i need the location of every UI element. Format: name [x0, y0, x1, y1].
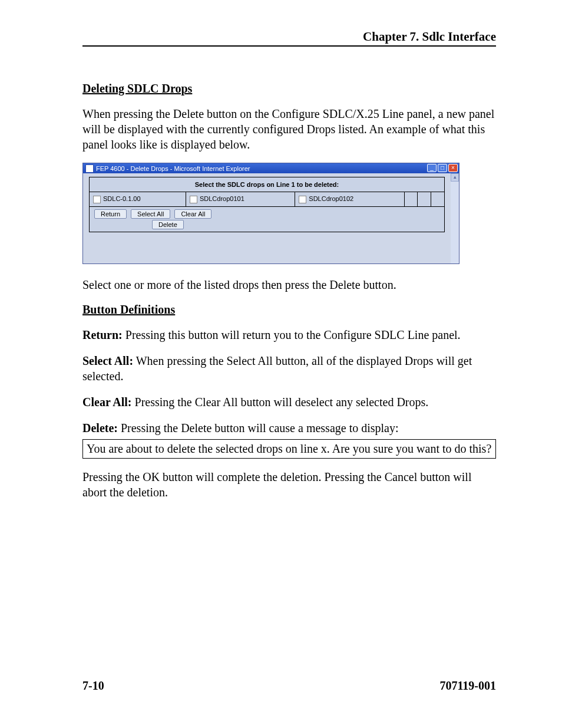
- return-button[interactable]: Return: [94, 209, 127, 219]
- ie-body: ▴ Select the SDLC drops on Line 1 to be …: [83, 173, 459, 263]
- def-delete: Delete: Pressing the Delete button will …: [82, 420, 496, 436]
- minimize-icon: _: [430, 165, 434, 171]
- def-selectall-text: When pressing the Select All button, all…: [82, 354, 472, 383]
- window-controls: _ □ ×: [427, 164, 458, 172]
- def-clearall-text: Pressing the Clear All button will desel…: [132, 396, 429, 409]
- def-return-text: Pressing this button will return you to …: [123, 328, 461, 341]
- section-button-defs-title: Button Definitions: [82, 303, 496, 317]
- chapter-title: Chapter 7. Sdlc Interface: [363, 29, 496, 44]
- page-icon: [85, 164, 94, 173]
- page-footer: 7-10 707119-001: [82, 679, 496, 693]
- maximize-icon: □: [441, 165, 444, 171]
- window-titlebar[interactable]: FEP 4600 - Delete Drops - Microsoft Inte…: [83, 163, 459, 173]
- def-clear-all: Clear All: Pressing the Clear All button…: [82, 394, 496, 410]
- checkbox-icon[interactable]: [299, 196, 306, 203]
- close-icon: ×: [451, 165, 455, 171]
- clear-all-button[interactable]: Clear All: [174, 209, 211, 219]
- document-page: Chapter 7. Sdlc Interface Deleting SDLC …: [0, 0, 562, 728]
- confirm-message-box: You are about to delete the selected dro…: [82, 439, 496, 459]
- empty-cell: [404, 192, 418, 207]
- def-return: Return: Pressing this button will return…: [82, 327, 496, 342]
- drop-label: SDLC-0.1.00: [103, 195, 141, 202]
- scroll-up-icon[interactable]: ▴: [451, 173, 459, 182]
- drop-cell[interactable]: SDLCdrop0101: [186, 192, 295, 207]
- empty-cell: [418, 192, 431, 207]
- def-selectall-label: Select All:: [82, 354, 133, 367]
- window-title: FEP 4600 - Delete Drops - Microsoft Inte…: [96, 165, 250, 172]
- drop-label: SDLCdrop0101: [200, 195, 244, 202]
- ie-window: FEP 4600 - Delete Drops - Microsoft Inte…: [82, 163, 459, 264]
- select-all-button[interactable]: Select All: [131, 209, 170, 219]
- closing-paragraph: Pressing the OK button will complete the…: [82, 469, 496, 500]
- minimize-button[interactable]: _: [427, 164, 437, 172]
- section-deleting-title: Deleting SDLC Drops: [82, 82, 496, 95]
- def-return-label: Return:: [82, 328, 123, 341]
- page-number: 7-10: [82, 679, 104, 693]
- def-select-all: Select All: When pressing the Select All…: [82, 353, 496, 384]
- drop-label: SDLCdrop0102: [309, 195, 353, 202]
- intro-paragraph: When pressing the Delete button on the C…: [82, 106, 496, 152]
- panel-heading: Select the SDLC drops on Line 1 to be de…: [90, 177, 445, 192]
- drops-row: SDLC-0.1.00 SDLCdrop0101 SDLCdrop0102: [90, 192, 445, 207]
- def-delete-text: Pressing the Delete button will cause a …: [118, 421, 399, 434]
- def-clearall-label: Clear All:: [82, 396, 132, 409]
- drop-cell[interactable]: SDLCdrop0102: [295, 192, 404, 207]
- checkbox-icon[interactable]: [93, 196, 101, 203]
- close-button[interactable]: ×: [448, 164, 458, 172]
- checkbox-icon[interactable]: [190, 196, 197, 203]
- empty-cell: [431, 192, 445, 207]
- drop-selection-table: Select the SDLC drops on Line 1 to be de…: [89, 177, 445, 232]
- drop-cell[interactable]: SDLC-0.1.00: [90, 192, 186, 207]
- maximize-button[interactable]: □: [438, 164, 447, 172]
- chapter-header: Chapter 7. Sdlc Interface: [82, 29, 496, 47]
- def-delete-label: Delete:: [82, 421, 118, 434]
- buttons-row: Return Select All Clear All Delete: [90, 207, 445, 232]
- after-screenshot-paragraph: Select one or more of the listed drops t…: [82, 277, 496, 292]
- delete-button[interactable]: Delete: [152, 220, 184, 229]
- document-number: 707119-001: [439, 679, 496, 693]
